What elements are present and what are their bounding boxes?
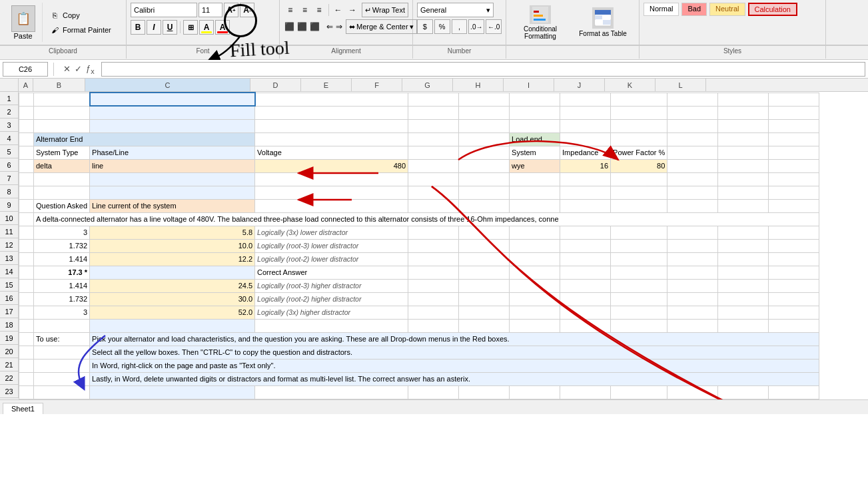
align-top-center-button[interactable]: ≡ [298,3,312,17]
sheet-tab-1[interactable]: Sheet1 [3,403,43,414]
insert-function-icon[interactable]: ƒx [86,63,95,75]
cell-a3[interactable] [19,119,34,132]
cell-h11[interactable] [560,226,611,239]
row-header-21[interactable]: 21 [0,358,19,371]
indent-decrease-button[interactable]: ← [332,3,345,17]
cell-a2[interactable] [19,106,34,119]
cell-j13[interactable] [667,252,718,266]
cell-j6[interactable] [667,159,718,172]
font-color-button[interactable]: A [215,20,230,35]
formula-input[interactable] [101,62,865,77]
cell-h9[interactable] [560,199,611,212]
cell-c14[interactable] [90,266,255,279]
italic-button[interactable]: I [147,20,161,35]
cell-c20[interactable]: Select all the yellow boxes. Then "CTRL-… [90,346,819,359]
cell-c23[interactable] [90,385,255,399]
cell-c3[interactable] [90,119,255,132]
cell-g6[interactable]: wye [510,159,560,172]
cell-a15[interactable] [19,279,34,292]
wrap-text-button[interactable]: ↵ Wrap Text [362,3,408,17]
cell-e13[interactable] [408,252,459,266]
align-top-right-button[interactable]: ≡ [312,3,326,17]
row-header-8[interactable]: 8 [0,185,19,198]
cell-l5[interactable] [769,146,819,159]
col-header-l[interactable]: L [655,79,706,91]
col-header-c[interactable]: C [85,79,250,91]
cell-f17[interactable] [459,306,510,319]
cell-i5[interactable]: Power Factor % [611,146,667,159]
row-header-10[interactable]: 10 [0,212,19,225]
cell-f9[interactable] [459,199,510,212]
cell-a1[interactable] [19,93,34,106]
cell-c21[interactable]: In Word, right-click on the page and pas… [90,359,819,372]
cell-i15[interactable] [611,279,667,292]
cell-g8[interactable] [510,186,560,199]
row-header-16[interactable]: 16 [0,292,19,305]
cell-h4[interactable] [560,132,611,146]
cell-i9[interactable] [611,199,667,212]
cancel-icon[interactable]: ✕ [63,64,71,74]
cell-h6[interactable]: 16 [560,159,611,172]
borders-button[interactable]: ⊞ [183,20,198,35]
cell-e5[interactable] [408,146,459,159]
cell-f14[interactable] [459,266,510,279]
cell-g11[interactable] [510,226,560,239]
cell-h2[interactable] [560,106,611,119]
cell-a9[interactable] [19,199,34,212]
cell-d5[interactable]: Voltage [255,146,408,159]
bold-button[interactable]: B [131,20,145,35]
cell-k4[interactable] [718,132,769,146]
cell-h23[interactable] [560,385,611,399]
col-header-i[interactable]: I [504,79,554,91]
merge-center-button[interactable]: ⬌ Merge & Center ▾ [346,19,417,34]
cell-g2[interactable] [510,106,560,119]
cell-e8[interactable] [408,186,459,199]
cell-b11[interactable]: 3 [34,226,90,239]
cell-b18[interactable] [34,319,90,332]
cell-k16[interactable] [718,292,769,306]
cell-h12[interactable] [560,239,611,252]
cell-e12[interactable] [408,239,459,252]
cell-g4[interactable]: Load end [510,132,560,146]
cell-f11[interactable] [459,226,510,239]
cell-e11[interactable] [408,226,459,239]
row-header-22[interactable]: 22 [0,371,19,385]
col-header-f[interactable]: F [352,79,402,91]
cell-l9[interactable] [769,199,819,212]
cell-b17[interactable]: 3 [34,306,90,319]
cell-c19[interactable]: Pick your alternator and load characteri… [90,332,819,346]
cell-b14[interactable]: 17.3 * [34,266,90,279]
align-bottom-center-button[interactable]: ⬛ [296,19,308,34]
cell-i4[interactable] [611,132,667,146]
cell-h3[interactable] [560,119,611,132]
increase-font-button[interactable]: A+ [224,3,238,17]
cell-f5[interactable] [459,146,510,159]
font-name-input[interactable] [131,3,197,17]
cell-j17[interactable] [667,306,718,319]
row-header-2[interactable]: 2 [0,105,19,119]
cell-d1[interactable] [255,93,408,106]
style-normal-button[interactable]: Normal [644,3,679,16]
cell-i18[interactable] [611,319,667,332]
increase-decimal-button[interactable]: ←.0 [486,19,502,34]
col-header-a[interactable]: A [19,79,33,91]
format-painter-button[interactable]: 🖌 Format Painter [47,23,114,37]
cell-b16[interactable]: 1.732 [34,292,90,306]
cell-c17[interactable]: 52.0 [90,306,255,319]
row-header-1[interactable]: 1 [0,92,19,105]
cell-b9[interactable]: Question Asked [34,199,90,212]
row-header-5[interactable]: 5 [0,145,19,158]
cell-c12[interactable]: 10.0 [90,239,255,252]
cell-b20[interactable] [34,346,90,359]
cell-i7[interactable] [611,172,667,186]
cell-e16[interactable] [408,292,459,306]
cell-h1[interactable] [560,93,611,106]
cell-e1[interactable] [408,93,459,106]
cell-k12[interactable] [718,239,769,252]
cell-l18[interactable] [769,319,819,332]
col-header-g[interactable]: G [402,79,453,91]
cell-d3[interactable] [255,119,408,132]
cell-l2[interactable] [769,106,819,119]
cell-k5[interactable] [718,146,769,159]
cell-c8[interactable] [90,186,255,199]
